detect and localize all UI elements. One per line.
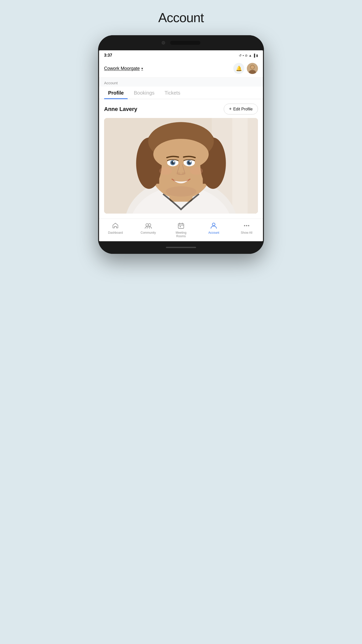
svg-point-28 [159,167,172,175]
profile-photo-svg [104,118,258,214]
nav-meeting-rooms-label: MeetingRooms [176,231,187,238]
svg-point-25 [190,161,191,163]
location-name: Cowork Moorgate [104,66,140,71]
phone-bottom-bezel [98,241,264,254]
svg-point-32 [148,224,151,226]
home-indicator [166,247,196,248]
svg-rect-33 [178,224,184,228]
signal-icon: ▐ [253,54,255,57]
profile-photo-container [99,118,263,219]
tab-profile-label: Profile [108,90,124,96]
status-time: 3:37 [104,53,112,58]
data-icon: ↺ [239,54,242,57]
svg-point-37 [246,225,247,226]
avatar-svg [247,63,258,74]
svg-point-31 [146,224,148,226]
avatar-image [247,63,258,74]
status-bar: 3:37 ↺ ▪ ⊘ ▲ ▐ ▮ [99,50,263,60]
svg-point-3 [251,65,254,69]
app-header: Cowork Moorgate ▾ 🔔 [99,60,263,78]
home-icon [112,222,119,230]
tab-profile[interactable]: Profile [104,87,128,99]
battery-icon: ▮ [256,54,258,57]
nav-dashboard[interactable]: Dashboard [99,221,132,239]
edit-profile-button[interactable]: + Edit Profile [224,104,258,114]
bottom-nav: Dashboard Community [99,219,263,241]
mute-icon: ⊘ [245,54,248,57]
tab-tickets-label: Tickets [165,90,180,96]
nav-show-all-label: Show All [241,231,252,234]
svg-point-17 [153,139,209,170]
earpiece-speaker [170,41,200,45]
account-label-text: Account [104,81,118,85]
profile-photo [104,118,258,214]
tabs-bar: Profile Bookings Tickets [99,87,263,99]
location-selector[interactable]: Cowork Moorgate ▾ [104,66,143,71]
tab-bookings-label: Bookings [134,90,154,96]
account-section-label: Account [99,78,263,87]
dots-icon [243,222,250,230]
sd-icon: ▪ [243,54,244,57]
nav-community[interactable]: Community [132,221,164,239]
phone-screen: 3:37 ↺ ▪ ⊘ ▲ ▐ ▮ Cowork Moorgate ▾ [99,50,263,241]
community-icon [145,222,152,230]
plus-icon: + [229,106,232,112]
nav-account-label: Account [208,231,219,234]
status-icons: ↺ ▪ ⊘ ▲ ▐ ▮ [239,54,258,57]
chevron-down-icon: ▾ [141,66,143,70]
bell-icon: 🔔 [236,65,242,71]
wifi-icon: ▲ [249,54,252,57]
svg-point-21 [173,161,174,163]
front-camera [162,41,165,45]
nav-account[interactable]: Account [197,221,230,239]
svg-point-30 [166,186,196,197]
profile-section: Anne Lavery + Edit Profile [99,99,263,118]
svg-point-27 [182,172,186,175]
nav-show-all[interactable]: Show All [230,221,263,239]
svg-point-29 [190,167,203,175]
svg-point-38 [248,225,249,226]
svg-point-35 [212,223,215,226]
notification-button[interactable]: 🔔 [233,63,244,74]
tab-tickets[interactable]: Tickets [161,87,185,99]
svg-rect-6 [232,118,248,214]
page-title: Account [158,10,204,25]
header-actions: 🔔 [233,63,258,74]
edit-profile-label: Edit Profile [233,107,253,111]
svg-rect-34 [180,226,181,227]
tab-bookings[interactable]: Bookings [130,87,158,99]
nav-dashboard-label: Dashboard [108,231,123,234]
svg-point-26 [176,172,180,175]
nav-community-label: Community [141,231,156,234]
phone-shell: 3:37 ↺ ▪ ⊘ ▲ ▐ ▮ Cowork Moorgate ▾ [98,35,264,254]
phone-top-bezel [98,35,264,50]
nav-meeting-rooms[interactable]: MeetingRooms [165,221,197,239]
svg-point-36 [244,225,245,226]
profile-name: Anne Lavery [104,106,137,112]
calendar-icon [178,222,184,230]
person-icon [210,222,217,230]
user-avatar[interactable] [247,63,258,74]
